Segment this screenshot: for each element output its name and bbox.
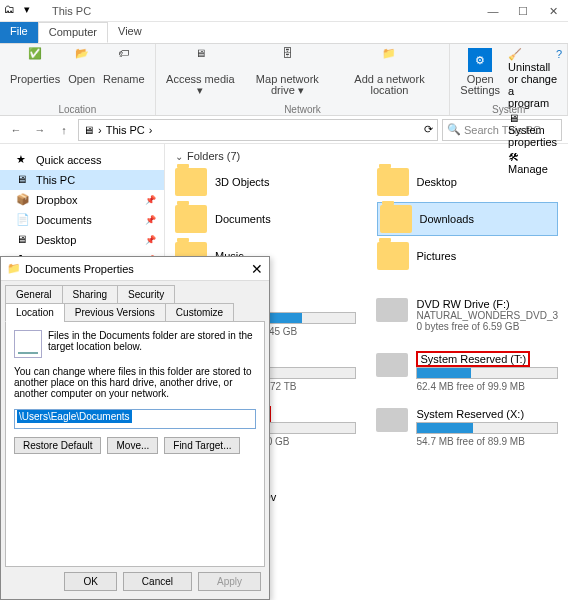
location-desc2: You can change where files in this folde…: [14, 366, 256, 399]
dialog-titlebar: 📁 Documents Properties ✕: [1, 257, 269, 281]
tab-sharing[interactable]: Sharing: [62, 285, 118, 304]
folder-icon: [175, 168, 207, 196]
documents-icon: 📄: [16, 213, 30, 227]
group-network: 🖥Access media ▾ 🗄Map network drive ▾ 📁Ad…: [156, 44, 451, 115]
address-bar[interactable]: 🖥 › This PC › ⟳: [78, 119, 438, 141]
folder-icon: [377, 168, 409, 196]
group-label: Location: [0, 104, 155, 115]
window-title: This PC: [44, 5, 91, 17]
properties-button[interactable]: ✅Properties: [6, 46, 64, 87]
pin-icon: 📌: [145, 195, 156, 205]
dropbox-icon: 📦: [16, 193, 30, 207]
tab-customize[interactable]: Customize: [165, 303, 234, 322]
nav-item[interactable]: 📄Documents📌: [0, 210, 164, 230]
drive-icon: [376, 298, 408, 322]
maximize-button[interactable]: ☐: [508, 0, 538, 22]
star-icon: ★: [16, 153, 30, 167]
qat-dropdown-icon[interactable]: ▾: [24, 3, 40, 19]
group-system: ⚙Open Settings 🧹 Uninstall or change a p…: [450, 44, 568, 115]
pc-icon: 🖥: [16, 173, 30, 187]
drive-usage-bar: [416, 422, 558, 434]
drive-icon: [376, 353, 408, 377]
drive-icon: [376, 408, 408, 432]
ribbon: ✅Properties 📂Open 🏷Rename Location 🖥Acce…: [0, 44, 568, 116]
group-label: System: [450, 104, 567, 115]
folder-icon: [175, 205, 207, 233]
dialog-title: Documents Properties: [25, 263, 134, 275]
tab-general[interactable]: General: [5, 285, 63, 304]
system-properties-button[interactable]: 🖥 System properties: [508, 112, 557, 148]
nav-item[interactable]: 🖥Desktop📌: [0, 230, 164, 250]
apply-button[interactable]: Apply: [198, 572, 261, 591]
nav-item[interactable]: 📦Dropbox📌: [0, 190, 164, 210]
access-media-button[interactable]: 🖥Access media ▾: [162, 46, 239, 98]
media-icon: 🖥: [188, 48, 212, 72]
add-location-icon: 📁: [377, 48, 401, 72]
move-button[interactable]: Move...: [107, 437, 158, 454]
folder-icon: 📁: [7, 262, 21, 275]
location-path-input[interactable]: \Users\Eagle\Documents: [14, 409, 256, 429]
tab-computer[interactable]: Computer: [38, 22, 108, 43]
location-desc: Files in the Documents folder are stored…: [48, 330, 256, 352]
dialog-close-button[interactable]: ✕: [251, 261, 263, 277]
dialog-body: Files in the Documents folder are stored…: [5, 321, 265, 567]
pin-icon: 📌: [145, 235, 156, 245]
ribbon-tabs: File Computer View: [0, 22, 568, 44]
desktop-icon: 🖥: [16, 233, 30, 247]
open-icon: 📂: [70, 48, 94, 72]
tab-file[interactable]: File: [0, 22, 38, 43]
tab-security[interactable]: Security: [117, 285, 175, 304]
rename-button[interactable]: 🏷Rename: [99, 46, 149, 87]
nav-this-pc[interactable]: 🖥This PC: [0, 170, 164, 190]
folder-item[interactable]: 3D Objects: [175, 168, 357, 196]
help-icon[interactable]: ?: [556, 48, 562, 60]
folder-item[interactable]: Documents: [175, 202, 357, 236]
drive-usage-bar: [416, 367, 558, 379]
explorer-icon: 🗂: [4, 3, 20, 19]
folder-icon: [377, 242, 409, 270]
group-location: ✅Properties 📂Open 🏷Rename Location: [0, 44, 156, 115]
properties-dialog: 📁 Documents Properties ✕ General Sharing…: [0, 256, 270, 600]
tab-location[interactable]: Location: [5, 303, 65, 322]
tab-view[interactable]: View: [108, 22, 152, 43]
uninstall-button[interactable]: 🧹 Uninstall or change a program: [508, 48, 557, 109]
quick-access-toolbar: 🗂 ▾: [0, 3, 44, 19]
open-button[interactable]: 📂Open: [64, 46, 99, 87]
properties-icon: ✅: [23, 48, 47, 72]
back-button[interactable]: ←: [6, 120, 26, 140]
manage-button[interactable]: 🛠 Manage: [508, 151, 557, 175]
folder-item[interactable]: Pictures: [377, 242, 559, 270]
rename-icon: 🏷: [112, 48, 136, 72]
tab-previous-versions[interactable]: Previous Versions: [64, 303, 166, 322]
dialog-tabs: General Sharing Security Location Previo…: [1, 281, 269, 321]
up-button[interactable]: ↑: [54, 120, 74, 140]
ok-button[interactable]: OK: [64, 572, 116, 591]
drive-item[interactable]: System Reserved (X:)54.7 MB free of 89.9…: [376, 408, 558, 447]
uninstall-icon: 🧹: [508, 48, 522, 60]
drive-item[interactable]: DVD RW Drive (F:)NATURAL_WONDERS_DVD_30 …: [376, 298, 558, 337]
settings-icon: ⚙: [468, 48, 492, 72]
cancel-button[interactable]: Cancel: [123, 572, 192, 591]
find-target-button[interactable]: Find Target...: [164, 437, 240, 454]
manage-icon: 🛠: [508, 151, 519, 163]
breadcrumb[interactable]: This PC: [106, 124, 145, 136]
minimize-button[interactable]: —: [478, 0, 508, 22]
close-button[interactable]: ✕: [538, 0, 568, 22]
documents-icon: [14, 330, 42, 358]
folder-icon: [380, 205, 412, 233]
pc-icon: 🖥: [83, 124, 94, 136]
titlebar: 🗂 ▾ This PC — ☐ ✕: [0, 0, 568, 22]
drive-item[interactable]: System Reserved (T:)62.4 MB free of 99.9…: [376, 353, 558, 392]
map-drive-button[interactable]: 🗄Map network drive ▾: [239, 46, 336, 98]
forward-button[interactable]: →: [30, 120, 50, 140]
map-drive-icon: 🗄: [275, 48, 299, 72]
restore-default-button[interactable]: Restore Default: [14, 437, 101, 454]
group-label: Network: [156, 104, 450, 115]
refresh-button[interactable]: ⟳: [424, 123, 433, 136]
pin-icon: 📌: [145, 215, 156, 225]
nav-quick-access[interactable]: ★Quick access: [0, 150, 164, 170]
folder-item[interactable]: Downloads: [377, 202, 559, 236]
add-location-button[interactable]: 📁Add a network location: [336, 46, 444, 98]
